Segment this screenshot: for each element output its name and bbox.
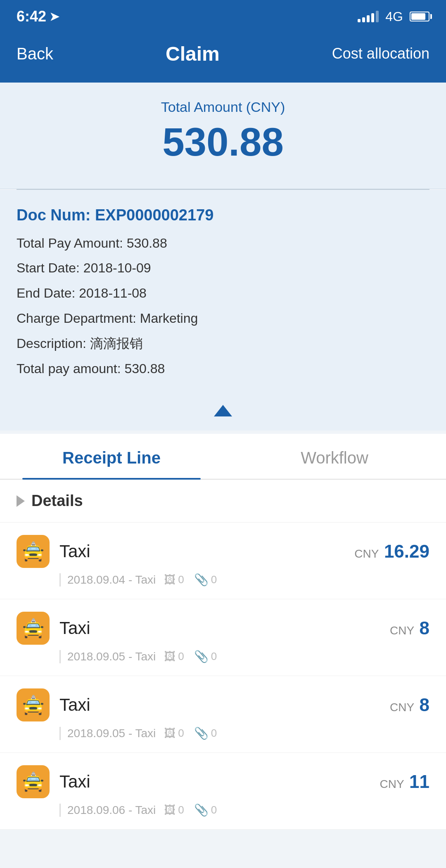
attachment-icon: 📎 [194, 573, 209, 587]
image-icon: 🖼 [164, 726, 176, 740]
currency-label: CNY [380, 778, 404, 790]
total-section: Total Amount (CNY) 530.88 [0, 83, 446, 189]
details-header[interactable]: Details [0, 480, 446, 523]
receipt-date: 2018.09.05 - Taxi [59, 650, 156, 663]
receipt-amount-container: CNY 16.29 [354, 541, 429, 562]
total-pay-amount: Total Pay Amount: 530.88 [17, 234, 429, 253]
image-meta: 🖼 0 [164, 803, 184, 817]
status-right: 4G [358, 9, 429, 24]
total-label: Total Amount (CNY) [17, 99, 429, 115]
attachment-meta: 📎 0 [194, 726, 217, 740]
taxi-icon: 🚖 [17, 688, 50, 721]
receipt-name: Taxi [59, 772, 90, 792]
image-meta: 🖼 0 [164, 573, 184, 587]
page-title: Claim [166, 43, 220, 65]
expand-section[interactable] [0, 397, 446, 430]
collapse-arrow-icon [214, 405, 232, 416]
attachment-meta: 📎 0 [194, 803, 217, 817]
details-label: Details [31, 492, 83, 510]
total-pay-amount-bottom: Total pay amount: 530.88 [17, 359, 429, 378]
receipt-amount-container: CNY 8 [390, 618, 429, 639]
receipt-meta: 🖼 0 📎 0 [164, 650, 217, 663]
battery-icon [410, 12, 429, 21]
receipt-amount-container: CNY 11 [380, 771, 429, 792]
image-meta: 🖼 0 [164, 650, 184, 663]
status-bar: 6:42 ➤ 4G [0, 0, 446, 33]
tab-receipt-line[interactable]: Receipt Line [0, 434, 223, 479]
receipt-amount-container: CNY 8 [390, 695, 429, 715]
image-icon: 🖼 [164, 650, 176, 663]
start-date: Start Date: 2018-10-09 [17, 259, 429, 277]
currency-label: CNY [390, 701, 414, 714]
description: Description: 滴滴报销 [17, 334, 429, 353]
back-button[interactable]: Back [17, 45, 53, 63]
receipt-name: Taxi [59, 618, 90, 638]
header: Back Claim Cost allocation [0, 33, 446, 83]
network-label: 4G [385, 9, 403, 24]
receipt-date: 2018.09.05 - Taxi [59, 727, 156, 740]
tab-workflow[interactable]: Workflow [223, 434, 446, 479]
receipt-meta: 🖼 0 📎 0 [164, 803, 217, 817]
receipt-amount: 16.29 [384, 541, 429, 561]
end-date: End Date: 2018-11-08 [17, 284, 429, 303]
total-amount: 530.88 [17, 120, 429, 164]
receipt-item[interactable]: 🚖 Taxi CNY 8 2018.09.05 - Taxi 🖼 0 📎 0 [0, 676, 446, 753]
taxi-icon: 🚖 [17, 535, 50, 568]
attachment-meta: 📎 0 [194, 650, 217, 663]
taxi-icon: 🚖 [17, 612, 50, 645]
receipt-amount: 8 [420, 695, 429, 715]
receipt-amount: 8 [420, 618, 429, 638]
taxi-icon: 🚖 [17, 765, 50, 798]
attachment-icon: 📎 [194, 650, 209, 663]
attachment-icon: 📎 [194, 726, 209, 740]
currency-label: CNY [390, 624, 414, 637]
receipt-item[interactable]: 🚖 Taxi CNY 8 2018.09.05 - Taxi 🖼 0 📎 0 [0, 599, 446, 676]
receipt-date: 2018.09.06 - Taxi [59, 804, 156, 817]
receipt-date: 2018.09.04 - Taxi [59, 573, 156, 587]
signal-icon [358, 11, 379, 22]
receipt-item[interactable]: 🚖 Taxi CNY 11 2018.09.06 - Taxi 🖼 0 📎 0 [0, 753, 446, 830]
receipt-meta: 🖼 0 📎 0 [164, 573, 217, 587]
details-arrow-icon [17, 495, 25, 507]
charge-department: Charge Department: Marketing [17, 309, 429, 328]
attachment-meta: 📎 0 [194, 573, 217, 587]
image-icon: 🖼 [164, 803, 176, 817]
cost-allocation-button[interactable]: Cost allocation [332, 45, 429, 62]
tabs-container: Receipt Line Workflow [0, 434, 446, 480]
receipt-list: 🚖 Taxi CNY 16.29 2018.09.04 - Taxi 🖼 0 📎… [0, 523, 446, 830]
receipt-name: Taxi [59, 695, 90, 715]
receipt-item[interactable]: 🚖 Taxi CNY 16.29 2018.09.04 - Taxi 🖼 0 📎… [0, 523, 446, 599]
status-time: 6:42 ➤ [17, 8, 59, 25]
doc-info-section: Doc Num: EXP0000002179 Total Pay Amount:… [0, 190, 446, 397]
currency-label: CNY [354, 547, 379, 560]
doc-number: Doc Num: EXP0000002179 [17, 206, 429, 224]
image-icon: 🖼 [164, 573, 176, 587]
receipt-amount: 11 [409, 771, 429, 792]
receipt-name: Taxi [59, 542, 90, 561]
image-meta: 🖼 0 [164, 726, 184, 740]
attachment-icon: 📎 [194, 803, 209, 817]
receipt-meta: 🖼 0 📎 0 [164, 726, 217, 740]
location-icon: ➤ [50, 10, 59, 24]
time-display: 6:42 [17, 8, 46, 25]
